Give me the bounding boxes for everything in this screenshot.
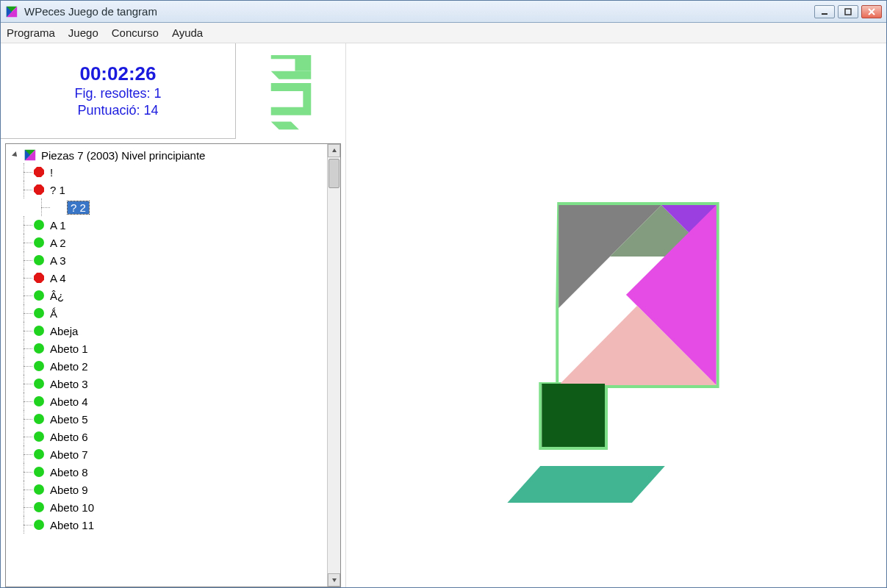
menu-concurso[interactable]: Concurso [112,26,159,39]
tree-item[interactable]: Abeto 4 [34,392,326,410]
tree-item[interactable]: Abeto 3 [34,375,326,392]
tree-item[interactable]: A 2 [34,234,326,251]
tree-item-label: Abeto 2 [50,360,88,373]
tree-item[interactable]: A 4 [34,269,326,287]
menu-ayuda[interactable]: Ayuda [172,26,203,39]
tree-item-label: Abeto 8 [50,466,88,478]
tangram-set-icon [24,148,37,162]
tree-item[interactable]: A 1 [34,216,326,234]
tree-item-label: Â¿ [50,290,64,302]
tree-item-label: ? 1 [50,184,65,196]
status-ok-icon [34,255,44,265]
svg-marker-15 [332,578,337,582]
figure-tree: Piezas 7 (2003) Nivel principiante !? 1?… [5,143,341,587]
status-ok-icon [34,326,44,336]
status-ok-icon [34,220,44,230]
tree-item[interactable]: Abeto 10 [34,498,326,516]
tree-item-label: Abeto 10 [50,501,94,514]
tree-item[interactable]: ! [34,163,326,181]
tree-item-label: A 3 [50,254,66,267]
tree-item-label: Abeja [50,325,78,337]
tree-item[interactable]: A 3 [34,251,326,269]
tree-item[interactable]: Abeto 7 [34,445,326,463]
tree-item[interactable]: Abeto 11 [34,516,326,534]
menubar: Programa Juego Concurso Ayuda [1,23,886,43]
tree-item[interactable]: Abeto 1 [34,340,326,357]
status-ok-icon [34,520,44,530]
svg-marker-9 [270,83,311,115]
status-ok-icon [34,379,44,389]
titlebar[interactable]: WPeces Juego de tangram [1,1,886,23]
window-title: WPeces Juego de tangram [24,5,814,18]
status-ok-icon [34,396,44,406]
status-ok-icon [34,343,44,354]
svg-marker-10 [270,121,298,129]
status-incomplete-icon [34,273,44,283]
tree-item[interactable]: Abeto 6 [34,428,326,445]
status-incomplete-icon [34,167,44,177]
tree-item-label: ? 2 [68,201,89,214]
tree-item-label: Ǻ [50,307,57,320]
status-ok-icon [34,484,44,495]
score-panel: 00:02:26 Fig. resoltes: 1 Puntuació: 14 [1,43,236,139]
square-darkgreen[interactable] [542,384,605,447]
scroll-up-button[interactable] [328,144,340,157]
close-button[interactable] [861,5,882,18]
menu-juego[interactable]: Juego [68,26,98,39]
status-ok-icon [34,467,44,477]
tree-item[interactable]: Abeto 9 [34,481,326,498]
tree-item-label: Abeto 5 [50,413,88,426]
tree-item-label: A 2 [50,237,66,249]
status-ok-icon [34,361,44,371]
tree-item-label: ! [50,166,53,179]
puzzle-canvas[interactable] [346,43,886,587]
status-incomplete-icon [34,184,44,195]
figure-preview [236,43,345,139]
chevron-down-icon[interactable] [12,151,19,159]
tree-item[interactable]: ? 2 [51,198,326,216]
status-ok-icon [34,290,44,301]
tree-item-label: Abeto 3 [50,378,88,390]
tree-item-label: Abeto 7 [50,448,88,461]
tree-item-label: Abeto 9 [50,484,88,496]
status-ok-icon [34,414,44,424]
tree-root-label: Piezas 7 (2003) Nivel principiante [41,149,205,162]
tree-item[interactable]: Abeto 8 [34,463,326,481]
tree-item[interactable]: Abeto 5 [34,410,326,428]
tree-item[interactable]: Abeja [34,322,326,340]
tree-item-label: A 1 [50,219,66,232]
status-ok-icon [34,431,44,442]
svg-marker-14 [332,148,337,152]
svg-rect-4 [845,9,851,15]
menu-programa[interactable]: Programa [7,26,55,39]
parallelogram-teal[interactable] [507,466,664,503]
tree-item[interactable]: Abeto 2 [34,357,326,375]
points: Puntuació: 14 [77,102,158,119]
svg-marker-8 [270,71,311,79]
tree-item[interactable]: Â¿ [34,287,326,304]
solved-count: Fig. resoltes: 1 [74,85,161,102]
svg-marker-7 [270,55,311,71]
scroll-thumb[interactable] [328,159,340,188]
tree-item[interactable]: Ǻ [34,304,326,322]
maximize-button[interactable] [838,5,858,18]
minimize-button[interactable] [814,5,835,18]
tree-item-label: A 4 [50,272,66,284]
status-ok-icon [34,502,44,512]
tree-scrollbar[interactable] [327,144,340,587]
scroll-down-button[interactable] [328,573,340,587]
status-ok-icon [34,237,44,248]
status-ok-icon [34,308,44,318]
tree-item-label: Abeto 11 [50,519,94,531]
timer: 00:02:26 [79,62,156,85]
status-ok-icon [34,449,44,459]
app-icon [5,5,18,18]
tree-item-label: Abeto 6 [50,431,88,443]
app-window: WPeces Juego de tangram Programa Juego C… [0,0,887,588]
tree-item-label: Abeto 1 [50,343,88,355]
preview-shape-icon [251,47,331,135]
tree-root[interactable]: Piezas 7 (2003) Nivel principiante [7,147,326,163]
tree-item-label: Abeto 4 [50,395,88,408]
tree-item[interactable]: ? 1 [34,181,326,198]
